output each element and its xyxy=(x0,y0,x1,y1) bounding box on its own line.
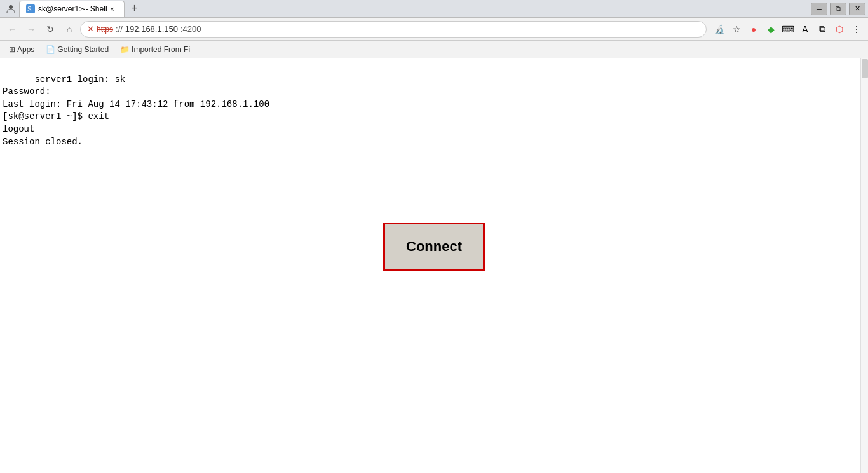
scrollbar[interactable] xyxy=(860,58,868,473)
address-bar[interactable]: ✕ https :// 192.168.1.150 :4200 xyxy=(80,21,707,38)
window-controls: ─ ⧉ ✕ xyxy=(811,3,865,15)
new-tab-button[interactable]: + xyxy=(127,1,142,17)
secure-icon: ✕ xyxy=(87,24,94,34)
ext4-translate-button[interactable]: A xyxy=(797,22,813,37)
terminal-line-1: server1 login: sk Password: Last login: … xyxy=(3,74,269,147)
tab-close-button[interactable]: × xyxy=(107,4,118,14)
url-protocol: https xyxy=(97,25,113,34)
bookmarks-bar: ⊞ Apps 📄 Getting Started 📁 Imported From… xyxy=(0,41,868,58)
nav-bar: ← → ↻ ⌂ ✕ https :// 192.168.1.150 :4200 … xyxy=(0,18,868,41)
bookmark-imported-label: Imported From Fi xyxy=(132,45,190,54)
ext1-button[interactable]: ● xyxy=(746,22,761,37)
bookmark-star-button[interactable]: ☆ xyxy=(729,22,744,37)
bookmark-getting-started-label: Getting Started xyxy=(57,45,109,54)
restore-button[interactable]: ⧉ xyxy=(830,3,846,15)
bookmark-apps[interactable]: ⊞ Apps xyxy=(5,44,38,55)
reload-button[interactable]: ↻ xyxy=(42,21,58,38)
browser-window: S sk@server1:~- Shell × + ─ ⧉ ✕ ← → ↻ ⌂ … xyxy=(0,0,868,473)
terminal-output: server1 login: sk Password: Last login: … xyxy=(0,58,272,163)
connect-button-wrapper: Connect xyxy=(383,223,485,271)
bookmark-imported[interactable]: 📁 Imported From Fi xyxy=(116,44,194,55)
tab-label: sk@server1:~- Shell xyxy=(38,4,107,13)
close-window-button[interactable]: ✕ xyxy=(849,3,865,15)
url-domain: 192.168.1.150 xyxy=(125,24,178,34)
chrome-menu-button[interactable]: ⋮ xyxy=(849,22,864,37)
extensions-area: 🔬 ☆ ● ◆ ⌨ A ⧉ ⬡ ⋮ xyxy=(712,22,864,37)
imported-icon: 📁 xyxy=(120,45,130,54)
ext5-layers-button[interactable]: ⧉ xyxy=(815,22,830,37)
ext3-keyboard-button[interactable]: ⌨ xyxy=(780,22,796,37)
active-tab[interactable]: S sk@server1:~- Shell × xyxy=(19,1,125,17)
user-icon xyxy=(3,3,19,15)
ext2-button[interactable]: ◆ xyxy=(763,22,778,37)
scrollbar-thumb[interactable] xyxy=(862,59,868,78)
svg-point-0 xyxy=(9,5,13,9)
chrome-labs-button[interactable]: 🔬 xyxy=(712,22,727,37)
forward-button[interactable]: → xyxy=(23,21,39,38)
getting-started-icon: 📄 xyxy=(46,45,55,54)
connect-button[interactable]: Connect xyxy=(383,223,485,271)
svg-text:S: S xyxy=(27,6,32,13)
back-button[interactable]: ← xyxy=(4,21,20,38)
minimize-button[interactable]: ─ xyxy=(811,3,827,15)
bookmark-apps-label: Apps xyxy=(17,45,34,54)
apps-icon: ⊞ xyxy=(9,45,15,54)
url-port: :4200 xyxy=(180,24,201,34)
page-content: server1 login: sk Password: Last login: … xyxy=(0,58,868,473)
ext6-button[interactable]: ⬡ xyxy=(832,22,847,37)
tab-favicon: S xyxy=(26,4,35,13)
title-bar: S sk@server1:~- Shell × + ─ ⧉ ✕ xyxy=(0,0,868,18)
bookmark-getting-started[interactable]: 📄 Getting Started xyxy=(42,44,112,55)
home-button[interactable]: ⌂ xyxy=(61,21,78,38)
url-separator: :// xyxy=(116,24,123,34)
